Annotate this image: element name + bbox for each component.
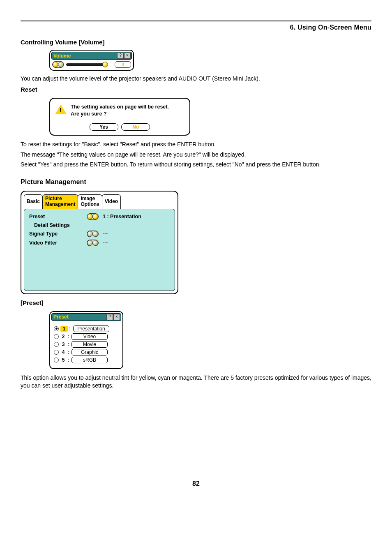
pm-filter-value: --- [103, 240, 108, 246]
preset-number: 1 [60, 326, 68, 332]
colon: : [67, 334, 69, 339]
radio-icon[interactable] [54, 334, 59, 339]
close-icon[interactable]: × [124, 53, 131, 59]
preset-value[interactable]: Presentation [73, 325, 109, 332]
tab-basic[interactable]: Basic [24, 194, 43, 209]
preset-number: 3 [60, 342, 66, 347]
pm-filter-label: Video Filter [29, 240, 87, 246]
heading-volume: Controlling Volume [Volume] [21, 39, 371, 46]
arrow-left-icon[interactable] [87, 231, 93, 237]
pm-tabs: Basic Picture Management Image Options V… [24, 194, 175, 209]
volume-body: 0 [51, 61, 132, 69]
volume-slider-track[interactable] [66, 63, 106, 66]
arrow-left-icon[interactable] [87, 214, 93, 219]
arrow-right-icon[interactable] [92, 231, 98, 237]
pm-row-filter[interactable]: Video Filter --- [29, 240, 170, 246]
preset-body: 1:Presentation2:Video3:Movie4:Graphic5:s… [51, 323, 121, 367]
reset-dialog: The setting values on page will be reset… [49, 98, 190, 136]
volume-slider-knob[interactable] [102, 62, 108, 67]
colon: : [67, 357, 69, 363]
arrow-right-icon[interactable] [92, 240, 98, 246]
pm-signal-value: --- [103, 231, 108, 237]
volume-value: 0 [115, 61, 131, 68]
colon: : [67, 349, 69, 355]
pm-filter-arrows[interactable] [87, 240, 99, 246]
pm-body: Preset 1 : Presentation Detail Settings … [24, 209, 175, 291]
heading-picture-management: Picture Management [21, 178, 371, 186]
reset-body1: To reset the settings for "Basic", selec… [21, 141, 371, 148]
preset-value[interactable]: sRGB [71, 357, 108, 363]
arrow-left-icon[interactable] [87, 240, 93, 246]
radio-icon[interactable] [54, 326, 59, 331]
heading-reset: Reset [21, 86, 371, 93]
tab-pm-line2: Management [45, 202, 75, 208]
yes-button[interactable]: Yes [90, 123, 118, 131]
pm-detail-label: Detail Settings [34, 222, 92, 228]
tab-picture-management[interactable]: Picture Management [42, 194, 78, 209]
arrow-left-icon[interactable] [53, 62, 58, 67]
chapter-title: 6. Using On-Screen Menu [21, 24, 371, 31]
arrow-right-icon[interactable] [92, 214, 98, 219]
tab-io-line1: Image [81, 196, 95, 201]
warning-icon [55, 104, 67, 114]
top-rule [21, 21, 371, 21]
tab-image-options[interactable]: Image Options [78, 194, 102, 209]
heading-preset: [Preset] [21, 299, 371, 306]
pm-preset-value: 1 : Presentation [103, 214, 141, 219]
radio-icon[interactable] [54, 342, 59, 347]
preset-value[interactable]: Movie [71, 341, 108, 348]
colon: : [67, 342, 69, 347]
preset-number: 4 [60, 349, 66, 355]
tab-video[interactable]: Video [102, 194, 121, 209]
tab-io-line2: Options [81, 202, 99, 208]
volume-left-right[interactable] [52, 61, 64, 68]
reset-dialog-text: The setting values on page will be reset… [71, 104, 169, 118]
tab-pm-line1: Picture [45, 196, 62, 201]
preset-titlebar: Preset ? × [51, 313, 121, 321]
pm-signal-label: Signal Type [29, 231, 87, 237]
arrow-right-icon[interactable] [58, 62, 64, 67]
pm-preset-arrows[interactable] [87, 213, 99, 220]
help-icon[interactable]: ? [117, 53, 124, 59]
help-icon[interactable]: ? [106, 314, 113, 320]
reset-line2: Are you sure ? [71, 111, 107, 117]
preset-option[interactable]: 1:Presentation [54, 325, 119, 332]
close-icon[interactable]: × [113, 314, 120, 320]
preset-option[interactable]: 5:sRGB [54, 357, 119, 363]
preset-desc: This option allows you to adjust neutral… [21, 374, 371, 390]
reset-body3: Select "Yes" and press the ENTER button.… [21, 161, 371, 169]
colon: : [69, 326, 71, 332]
preset-option[interactable]: 4:Graphic [54, 349, 119, 355]
radio-icon[interactable] [54, 358, 59, 362]
preset-number: 5 [60, 357, 66, 363]
preset-value[interactable]: Video [71, 333, 108, 340]
volume-titlebar: Volume ? × [51, 52, 132, 60]
pm-signal-arrows[interactable] [87, 231, 99, 237]
pm-row-signal[interactable]: Signal Type --- [29, 231, 170, 237]
radio-icon[interactable] [54, 350, 59, 355]
preset-title: Preset [53, 314, 106, 320]
pm-row-detail[interactable]: Detail Settings [29, 222, 170, 228]
volume-desc: You can adjust the volume level of the p… [21, 75, 371, 83]
preset-number: 2 [60, 334, 66, 339]
volume-widget: Volume ? × 0 [49, 50, 134, 71]
pm-panel: Basic Picture Management Image Options V… [21, 191, 178, 294]
pm-preset-label: Preset [29, 214, 87, 219]
preset-option[interactable]: 3:Movie [54, 341, 119, 348]
pm-row-preset[interactable]: Preset 1 : Presentation [29, 213, 170, 220]
reset-body2: The message "The setting values on page … [21, 151, 371, 159]
volume-title: Volume [53, 53, 117, 59]
no-button[interactable]: No [121, 123, 150, 131]
page-number: 82 [21, 480, 371, 487]
preset-value[interactable]: Graphic [71, 349, 108, 355]
preset-option[interactable]: 2:Video [54, 333, 119, 340]
reset-line1: The setting values on page will be reset… [71, 104, 169, 110]
preset-dialog: Preset ? × 1:Presentation2:Video3:Movie4… [49, 311, 123, 369]
